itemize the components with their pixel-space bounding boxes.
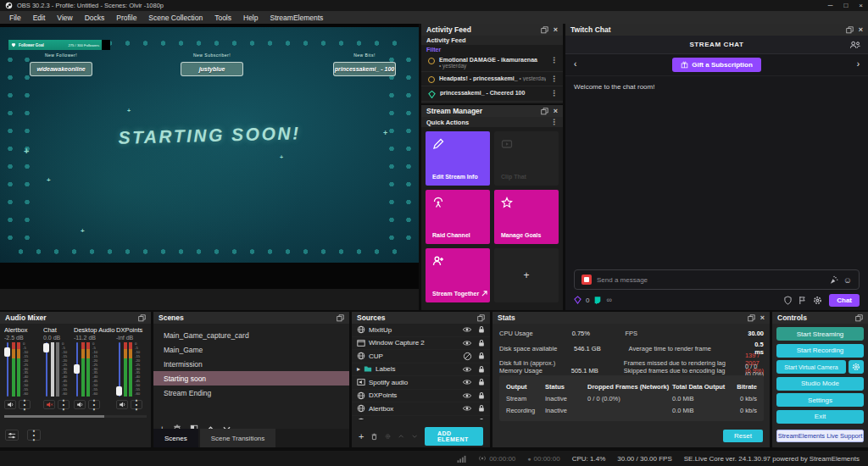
visibility-eye-icon[interactable] xyxy=(462,326,472,333)
scene-item[interactable]: Main_Game_capture_card xyxy=(153,328,349,342)
minimize-icon[interactable]: ─ xyxy=(828,2,833,9)
stream-together-tile[interactable]: Stream Together xyxy=(426,248,490,302)
menu-profile[interactable]: Profile xyxy=(110,14,142,22)
volume-slider[interactable] xyxy=(4,342,10,397)
menu-edit[interactable]: Edit xyxy=(27,14,52,22)
source-item[interactable]: DXPoints xyxy=(352,390,490,403)
activity-item[interactable]: Headpats! - princessakemi_ • yesterday ⋮ xyxy=(421,72,563,86)
source-item[interactable]: MixItUp xyxy=(352,324,490,337)
reset-stats-button[interactable]: Reset xyxy=(723,430,763,442)
exit-button[interactable]: Exit xyxy=(776,410,864,424)
virtual-camera-settings-button[interactable] xyxy=(849,360,864,374)
lock-icon[interactable] xyxy=(478,365,485,374)
channel-options-icon[interactable]: ⋮ xyxy=(19,400,31,409)
popout-icon[interactable] xyxy=(477,314,485,322)
add-element-button[interactable]: ADD ELEMENT xyxy=(425,427,483,446)
activity-item[interactable]: princessakemi_ - Cheered 100 ⋮ xyxy=(421,86,563,102)
visibility-eye-icon[interactable] xyxy=(462,392,472,399)
carousel-left-icon[interactable]: ‹ xyxy=(574,60,576,69)
maximize-icon[interactable]: □ xyxy=(843,2,848,9)
source-group-item[interactable]: ▸ Labels xyxy=(352,363,490,377)
popout-icon[interactable] xyxy=(541,108,548,115)
popout-icon[interactable] xyxy=(337,314,344,322)
close-dock-icon[interactable]: × xyxy=(554,108,558,115)
volume-slider[interactable] xyxy=(116,342,122,397)
channel-options-icon[interactable]: ⋮ xyxy=(58,400,70,409)
speaker-icon[interactable] xyxy=(4,400,16,409)
emote-picker-icon[interactable]: ☺ xyxy=(843,275,852,285)
slider-handle[interactable] xyxy=(4,347,10,357)
filter-link[interactable]: Filter xyxy=(421,45,563,53)
scene-item[interactable]: Intermission xyxy=(153,357,349,371)
popout-icon[interactable] xyxy=(846,26,854,34)
more-options-icon[interactable]: ⋮ xyxy=(550,57,558,64)
menu-file[interactable]: File xyxy=(3,14,27,22)
tab-scene-transitions[interactable]: Scene Transitions xyxy=(200,429,276,447)
popout-icon[interactable] xyxy=(855,314,863,322)
lock-icon[interactable] xyxy=(478,404,485,413)
menu-streamelements[interactable]: StreamElements xyxy=(264,14,329,22)
channel-options-icon[interactable]: ⋮ xyxy=(88,400,100,409)
scene-item[interactable]: Main_Game xyxy=(153,342,349,357)
more-emotes-icon[interactable]: ∞ xyxy=(606,296,611,304)
popout-icon[interactable] xyxy=(138,314,146,322)
close-icon[interactable]: × xyxy=(859,2,863,9)
menu-help[interactable]: Help xyxy=(237,14,264,22)
speaker-icon[interactable] xyxy=(116,400,128,409)
popout-icon[interactable] xyxy=(748,314,755,322)
lock-icon[interactable] xyxy=(478,391,485,400)
remove-source-icon[interactable] xyxy=(371,432,377,441)
visibility-eye-icon[interactable] xyxy=(462,340,472,347)
lock-icon[interactable] xyxy=(478,339,485,347)
chat-input-box[interactable]: ☺ xyxy=(574,269,860,290)
gift-subscription-button[interactable]: Gift a Subscription xyxy=(672,58,761,72)
lock-icon[interactable] xyxy=(478,325,485,334)
studio-mode-button[interactable]: Studio Mode xyxy=(776,377,864,391)
add-source-icon[interactable]: + xyxy=(359,431,364,441)
shield-icon[interactable] xyxy=(784,296,792,305)
source-item[interactable]: Spotify audio xyxy=(352,376,490,390)
more-options-icon[interactable]: ⋮ xyxy=(550,75,558,83)
volume-slider[interactable] xyxy=(74,342,80,397)
channel-options-icon[interactable]: ⋮ xyxy=(131,400,142,409)
speaker-muted-icon[interactable] xyxy=(43,400,55,409)
menu-view[interactable]: View xyxy=(51,14,78,22)
scene-item-selected[interactable]: Starting soon xyxy=(153,371,349,386)
lock-icon[interactable] xyxy=(478,352,485,360)
send-chat-button[interactable]: Chat xyxy=(829,294,860,307)
close-dock-icon[interactable]: × xyxy=(554,26,558,34)
source-item[interactable]: Alertbox xyxy=(352,402,490,416)
chat-settings-gear-icon[interactable] xyxy=(813,296,822,305)
popout-icon[interactable] xyxy=(541,26,548,34)
channel-points-icon[interactable] xyxy=(593,296,602,304)
mixer-scrollbar[interactable] xyxy=(4,415,147,418)
slider-handle[interactable] xyxy=(74,364,80,374)
streamelements-support-button[interactable]: StreamElements Live Support xyxy=(776,430,864,442)
preview-canvas[interactable]: + + + + + + STARTING SOON! Follower Goal… xyxy=(0,24,419,289)
lock-icon[interactable] xyxy=(478,418,485,419)
source-item[interactable]: CUP xyxy=(352,350,490,363)
visibility-hidden-icon[interactable] xyxy=(463,352,472,361)
menu-tools[interactable]: Tools xyxy=(209,14,237,22)
start-virtual-camera-button[interactable]: Start Virtual Camera xyxy=(776,360,846,374)
emote-avatar-icon[interactable] xyxy=(581,275,592,285)
carousel-right-icon[interactable]: › xyxy=(857,60,860,69)
chat-message-input[interactable] xyxy=(597,276,824,284)
expand-caret-icon[interactable]: ▸ xyxy=(357,365,360,373)
scene-item[interactable]: Stream Ending xyxy=(153,386,349,400)
start-streaming-button[interactable]: Start Streaming xyxy=(776,327,864,341)
visibility-eye-icon[interactable] xyxy=(462,405,472,412)
close-dock-icon[interactable]: × xyxy=(859,26,863,34)
slider-handle[interactable] xyxy=(43,343,49,352)
more-options-icon[interactable]: ⋮ xyxy=(550,119,558,126)
activity-item[interactable]: Emotional DAMAGE - ikamuraenaa • yesterd… xyxy=(421,53,563,72)
celebration-icon[interactable] xyxy=(829,275,838,285)
source-item[interactable]: Goal xyxy=(352,416,490,420)
visibility-eye-icon[interactable] xyxy=(462,379,472,386)
settings-button[interactable]: Settings xyxy=(776,393,864,407)
visibility-eye-icon[interactable] xyxy=(462,366,472,373)
add-quick-action-tile[interactable]: + xyxy=(494,248,559,302)
visibility-eye-icon[interactable] xyxy=(462,419,472,419)
lock-icon[interactable] xyxy=(478,378,485,386)
menu-scene-collection[interactable]: Scene Collection xyxy=(142,14,209,22)
